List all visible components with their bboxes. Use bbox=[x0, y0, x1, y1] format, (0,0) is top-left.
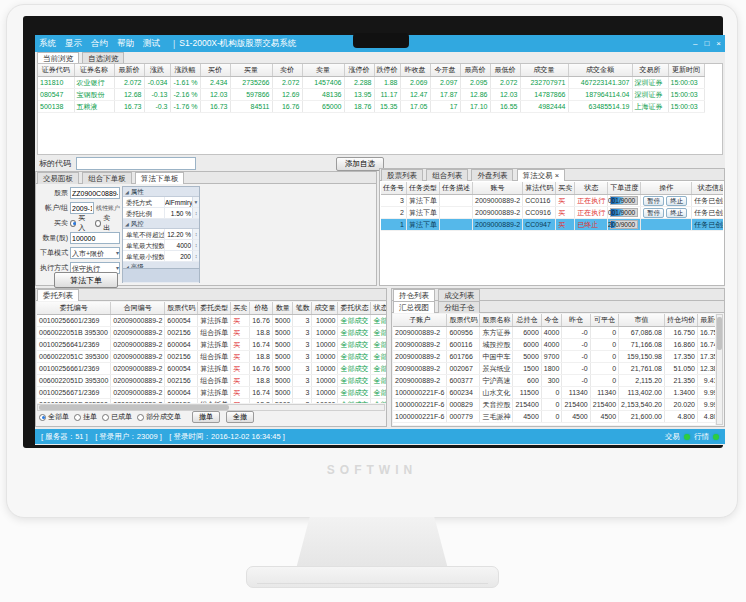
column-header[interactable]: 买价 bbox=[200, 64, 230, 76]
column-header[interactable]: 交易所 bbox=[632, 64, 668, 76]
maximize-button[interactable]: □ bbox=[704, 39, 709, 48]
tab-basket-list[interactable]: 组合列表 bbox=[426, 169, 468, 181]
spinner-icon[interactable]: ↕ bbox=[192, 240, 199, 250]
column-header[interactable]: 买卖 bbox=[556, 182, 575, 194]
column-header[interactable]: 委托状态 bbox=[338, 302, 371, 314]
column-header[interactable]: 算法代码 bbox=[523, 182, 556, 194]
buy-radio[interactable] bbox=[70, 220, 76, 227]
tab-positions-list[interactable]: 持仓列表 bbox=[393, 289, 435, 301]
tab-current-watchlist[interactable]: 当前浏览 bbox=[37, 52, 79, 63]
param-section-basic[interactable]: ◢属性 bbox=[123, 187, 199, 197]
column-header[interactable]: 卖量 bbox=[302, 64, 344, 76]
param-section-risk[interactable]: ◢风控 bbox=[123, 219, 199, 229]
filter-partial-radio[interactable] bbox=[137, 414, 144, 421]
column-header[interactable]: 市值 bbox=[619, 314, 665, 326]
column-header[interactable]: 最高价 bbox=[460, 64, 490, 76]
filter-open-radio[interactable] bbox=[74, 414, 81, 421]
column-header[interactable]: 任务描述 bbox=[440, 182, 473, 194]
tab-basket-order[interactable]: 组合下单板 bbox=[82, 172, 132, 184]
stock-code-input[interactable] bbox=[70, 187, 120, 199]
column-header[interactable]: 今开盘 bbox=[430, 64, 460, 76]
column-header[interactable]: 账号 bbox=[473, 182, 523, 194]
column-header[interactable]: 昨仓 bbox=[562, 314, 590, 326]
column-header[interactable]: 证券名称 bbox=[74, 64, 114, 76]
table-row[interactable]: 3算法下单2009000889-2CC0116买正在执行0001/9000暂停终… bbox=[381, 194, 723, 206]
column-header[interactable]: 涨跌 bbox=[144, 64, 170, 76]
column-header[interactable]: 最低价 bbox=[490, 64, 520, 76]
table-row[interactable]: 1000000221F-6600234山水文化11500011340113401… bbox=[393, 386, 715, 398]
column-header[interactable]: 股票代码 bbox=[165, 302, 198, 314]
param-row[interactable]: 单笔不得超过 12.20 % ↕ bbox=[123, 229, 199, 240]
cancel-order-button[interactable]: 撤单 bbox=[192, 411, 220, 423]
param-row[interactable]: 单笔最小报数 200 ↕ bbox=[123, 251, 199, 262]
table-row[interactable]: 0060022051E 39530002009000889-2002156组合拆… bbox=[37, 398, 386, 403]
table-row[interactable]: 0060022051C 39530002009000889-2002156组合拆… bbox=[37, 350, 386, 362]
spinner-icon[interactable]: ↕ bbox=[192, 251, 199, 261]
param-row[interactable]: 单笔最大报数 4000 ↕ bbox=[123, 240, 199, 251]
table-row[interactable]: 131810农业银行2.072-0.034-1.61 %2.4342735266… bbox=[38, 76, 704, 88]
menu-help[interactable]: 帮助 bbox=[117, 38, 134, 50]
table-row[interactable]: 00100256671/236902009000889-2600064算法拆单买… bbox=[37, 386, 386, 398]
column-header[interactable]: 可平仓 bbox=[590, 314, 618, 326]
column-header[interactable]: 委托编号 bbox=[37, 302, 111, 314]
table-row[interactable]: 2009000889-2601766中国中车50009700-00159,150… bbox=[393, 350, 715, 362]
table-row[interactable]: 00100256661/236902009000889-2600054算法拆单买… bbox=[37, 362, 386, 374]
tab-algo-trading[interactable]: 算法交易 × bbox=[517, 169, 565, 181]
param-row[interactable]: 委托方式 AlFmmiry ▾ bbox=[123, 197, 199, 208]
table-row[interactable]: 080547宝钢股份12.68-0.13-2.16 %12.0359786612… bbox=[38, 88, 704, 100]
table-row[interactable]: 2算法下单2009000889-2CC0916买正在执行0001/9000暂停终… bbox=[381, 206, 723, 218]
menu-contract[interactable]: 合约 bbox=[91, 38, 108, 50]
tab-order-list[interactable]: 委托列表 bbox=[37, 289, 79, 301]
column-header[interactable]: 笔数 bbox=[293, 302, 312, 314]
quantity-input[interactable] bbox=[70, 232, 120, 244]
sell-radio[interactable] bbox=[95, 220, 101, 227]
tab-trade-panel[interactable]: 交易面板 bbox=[37, 172, 79, 184]
filter-filled-radio[interactable] bbox=[102, 414, 109, 421]
minimize-button[interactable]: – bbox=[693, 39, 697, 48]
add-watch-button[interactable]: 添加自选 bbox=[336, 157, 384, 171]
column-header[interactable]: 合同编号 bbox=[111, 302, 165, 314]
filter-all-radio[interactable] bbox=[39, 414, 46, 421]
close-button[interactable]: × bbox=[716, 39, 721, 48]
spinner-icon[interactable]: ↕ bbox=[192, 229, 199, 239]
subtab-grouped-view[interactable]: 分组子仓 bbox=[438, 301, 480, 313]
column-header[interactable]: 成交金额 bbox=[568, 64, 632, 76]
positions-v-scrollbar[interactable] bbox=[716, 314, 723, 425]
table-row[interactable]: 00100256601/236902009000889-2600054算法拆单买… bbox=[37, 314, 386, 326]
menu-display[interactable]: 显示 bbox=[65, 38, 82, 50]
column-header[interactable]: 操作 bbox=[641, 182, 692, 194]
column-header[interactable]: 买卖 bbox=[231, 302, 250, 314]
algo-submit-button[interactable]: 算法下单 bbox=[54, 272, 118, 288]
row-action-button[interactable]: 暂停 bbox=[643, 208, 664, 218]
row-action-button[interactable]: 终止 bbox=[666, 208, 687, 218]
table-row[interactable]: 2009000889-2600377宁沪高速600300-002,115.202… bbox=[393, 374, 715, 386]
column-header[interactable]: 跌停价 bbox=[374, 64, 400, 76]
table-row[interactable]: 500138五粮液16.73-0.3-1.76 %16.738451116.76… bbox=[38, 100, 704, 112]
column-header[interactable]: 价格 bbox=[250, 302, 273, 314]
column-header[interactable]: 涨停价 bbox=[344, 64, 374, 76]
table-row[interactable]: 0060022051B 39530002009000889-2002156组合拆… bbox=[37, 326, 386, 338]
column-header[interactable]: 成交量 bbox=[312, 302, 338, 314]
spinner-icon[interactable]: ↕ bbox=[192, 208, 199, 218]
param-row[interactable]: 委托比例 1.50 % ↕ bbox=[123, 208, 199, 219]
subtab-summary-view[interactable]: 汇总视图 bbox=[393, 301, 435, 313]
menu-system[interactable]: 系统 bbox=[39, 38, 56, 50]
table-row[interactable]: 1000000221F-6000829天音控股21540002154002154… bbox=[393, 398, 715, 410]
tab-custom-watchlist[interactable]: 自选浏览 bbox=[82, 52, 124, 63]
tab-external-list[interactable]: 外盘列表 bbox=[471, 169, 513, 181]
column-header[interactable]: 持仓均价 bbox=[664, 314, 697, 326]
order-mode-select[interactable]: 入市+限价▾ bbox=[70, 247, 120, 259]
column-header[interactable]: 委托类型 bbox=[198, 302, 231, 314]
column-header[interactable]: 卖价 bbox=[272, 64, 302, 76]
column-header[interactable]: 买量 bbox=[230, 64, 272, 76]
menu-test[interactable]: 测试 bbox=[143, 38, 160, 50]
table-row[interactable]: 2009000889-2600116城投控股60004000-0071,166.… bbox=[393, 338, 715, 350]
column-header[interactable]: 股票代码 bbox=[447, 314, 480, 326]
column-header[interactable]: 更新时间 bbox=[668, 64, 704, 76]
table-row[interactable]: 0060022051D 39530002009000889-2002156组合拆… bbox=[37, 374, 386, 386]
row-action-button[interactable]: 终止 bbox=[666, 196, 687, 206]
column-header[interactable]: 任务号 bbox=[381, 182, 407, 194]
column-header[interactable]: 总持仓 bbox=[513, 314, 541, 326]
column-header[interactable]: 子账户 bbox=[393, 314, 447, 326]
column-header[interactable]: 状态 bbox=[575, 182, 608, 194]
